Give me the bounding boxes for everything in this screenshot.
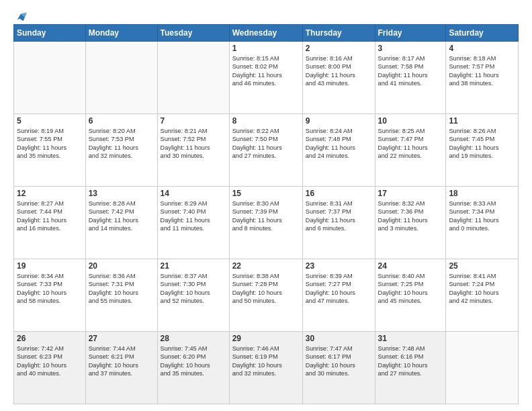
calendar-cell: 22Sunrise: 8:38 AM Sunset: 7:28 PM Dayli… xyxy=(229,259,302,332)
calendar-cell: 7Sunrise: 8:21 AM Sunset: 7:52 PM Daylig… xyxy=(157,114,229,187)
calendar-cell: 23Sunrise: 8:39 AM Sunset: 7:27 PM Dayli… xyxy=(302,259,375,332)
cell-text: Sunrise: 8:29 AM Sunset: 7:40 PM Dayligh… xyxy=(161,199,226,233)
calendar-cell: 21Sunrise: 8:37 AM Sunset: 7:30 PM Dayli… xyxy=(157,259,229,332)
day-number: 7 xyxy=(161,116,226,126)
day-number: 4 xyxy=(449,44,515,53)
header-monday: Monday xyxy=(85,25,157,42)
calendar-cell: 8Sunrise: 8:22 AM Sunset: 7:50 PM Daylig… xyxy=(229,114,302,187)
header-friday: Friday xyxy=(375,25,446,42)
header-thursday: Thursday xyxy=(302,25,375,42)
cell-text: Sunrise: 7:48 AM Sunset: 6:16 PM Dayligh… xyxy=(378,345,443,378)
week-row-0: 1Sunrise: 8:15 AM Sunset: 8:02 PM Daylig… xyxy=(14,42,519,114)
day-number: 3 xyxy=(378,44,443,53)
day-number: 22 xyxy=(232,261,300,271)
day-number: 24 xyxy=(378,261,443,271)
calendar-cell: 10Sunrise: 8:25 AM Sunset: 7:47 PM Dayli… xyxy=(375,114,446,187)
cell-text: Sunrise: 8:33 AM Sunset: 7:34 PM Dayligh… xyxy=(449,199,515,233)
cell-text: Sunrise: 8:30 AM Sunset: 7:39 PM Dayligh… xyxy=(232,199,300,233)
cell-text: Sunrise: 8:32 AM Sunset: 7:36 PM Dayligh… xyxy=(378,199,443,233)
day-number: 31 xyxy=(378,334,443,343)
calendar-cell: 1Sunrise: 8:15 AM Sunset: 8:02 PM Daylig… xyxy=(229,42,302,114)
day-number: 10 xyxy=(378,116,443,126)
day-number: 30 xyxy=(306,334,372,343)
day-number: 13 xyxy=(89,189,154,198)
cell-text: Sunrise: 7:44 AM Sunset: 6:21 PM Dayligh… xyxy=(89,345,154,378)
calendar-cell xyxy=(14,42,86,114)
calendar-cell: 19Sunrise: 8:34 AM Sunset: 7:33 PM Dayli… xyxy=(14,259,86,332)
cell-text: Sunrise: 8:27 AM Sunset: 7:44 PM Dayligh… xyxy=(17,199,83,233)
cell-text: Sunrise: 7:45 AM Sunset: 6:20 PM Dayligh… xyxy=(161,345,226,378)
day-number: 5 xyxy=(17,116,83,126)
cell-text: Sunrise: 8:17 AM Sunset: 7:58 PM Dayligh… xyxy=(378,54,443,88)
day-number: 18 xyxy=(449,189,515,198)
header-wednesday: Wednesday xyxy=(229,25,302,42)
calendar-cell: 15Sunrise: 8:30 AM Sunset: 7:39 PM Dayli… xyxy=(229,187,302,259)
calendar-cell xyxy=(157,42,229,114)
cell-text: Sunrise: 7:46 AM Sunset: 6:19 PM Dayligh… xyxy=(232,345,300,378)
day-number: 14 xyxy=(161,189,226,198)
week-row-2: 12Sunrise: 8:27 AM Sunset: 7:44 PM Dayli… xyxy=(14,187,519,259)
day-number: 6 xyxy=(89,116,154,126)
calendar-cell: 31Sunrise: 7:48 AM Sunset: 6:16 PM Dayli… xyxy=(375,332,446,404)
day-number: 15 xyxy=(232,189,300,198)
calendar-cell: 28Sunrise: 7:45 AM Sunset: 6:20 PM Dayli… xyxy=(157,332,229,404)
cell-text: Sunrise: 8:39 AM Sunset: 7:27 PM Dayligh… xyxy=(306,272,372,306)
calendar-table: SundayMondayTuesdayWednesdayThursdayFrid… xyxy=(13,24,519,404)
calendar-cell xyxy=(85,42,157,114)
calendar-cell: 4Sunrise: 8:18 AM Sunset: 7:57 PM Daylig… xyxy=(446,42,519,114)
day-number: 27 xyxy=(89,334,154,343)
day-number: 26 xyxy=(17,334,83,343)
cell-text: Sunrise: 8:19 AM Sunset: 7:55 PM Dayligh… xyxy=(17,127,83,161)
calendar-cell: 25Sunrise: 8:41 AM Sunset: 7:24 PM Dayli… xyxy=(446,259,519,332)
day-number: 12 xyxy=(17,189,83,198)
cell-text: Sunrise: 8:25 AM Sunset: 7:47 PM Dayligh… xyxy=(378,127,443,161)
day-number: 20 xyxy=(89,261,154,271)
cell-text: Sunrise: 8:15 AM Sunset: 8:02 PM Dayligh… xyxy=(232,54,300,88)
day-number: 28 xyxy=(161,334,226,343)
cell-text: Sunrise: 8:26 AM Sunset: 7:45 PM Dayligh… xyxy=(449,127,515,161)
calendar-cell: 17Sunrise: 8:32 AM Sunset: 7:36 PM Dayli… xyxy=(375,187,446,259)
day-number: 16 xyxy=(306,189,372,198)
cell-text: Sunrise: 8:41 AM Sunset: 7:24 PM Dayligh… xyxy=(449,272,515,306)
week-row-3: 19Sunrise: 8:34 AM Sunset: 7:33 PM Dayli… xyxy=(14,259,519,332)
calendar-cell: 3Sunrise: 8:17 AM Sunset: 7:58 PM Daylig… xyxy=(375,42,446,114)
week-row-1: 5Sunrise: 8:19 AM Sunset: 7:55 PM Daylig… xyxy=(14,114,519,187)
cell-text: Sunrise: 8:20 AM Sunset: 7:53 PM Dayligh… xyxy=(89,127,154,161)
calendar-cell: 5Sunrise: 8:19 AM Sunset: 7:55 PM Daylig… xyxy=(14,114,86,187)
calendar-cell: 14Sunrise: 8:29 AM Sunset: 7:40 PM Dayli… xyxy=(157,187,229,259)
cell-text: Sunrise: 8:22 AM Sunset: 7:50 PM Dayligh… xyxy=(232,127,300,161)
logo xyxy=(13,11,27,21)
cell-text: Sunrise: 8:38 AM Sunset: 7:28 PM Dayligh… xyxy=(232,272,300,306)
logo-bird-icon xyxy=(15,11,27,23)
day-number: 29 xyxy=(232,334,300,343)
day-number: 17 xyxy=(378,189,443,198)
cell-text: Sunrise: 8:31 AM Sunset: 7:37 PM Dayligh… xyxy=(306,199,372,233)
calendar-cell: 26Sunrise: 7:42 AM Sunset: 6:23 PM Dayli… xyxy=(14,332,86,404)
cell-text: Sunrise: 8:28 AM Sunset: 7:42 PM Dayligh… xyxy=(89,199,154,233)
header-row xyxy=(13,11,519,21)
calendar-cell: 27Sunrise: 7:44 AM Sunset: 6:21 PM Dayli… xyxy=(85,332,157,404)
cell-text: Sunrise: 7:47 AM Sunset: 6:17 PM Dayligh… xyxy=(306,345,372,378)
calendar-cell: 11Sunrise: 8:26 AM Sunset: 7:45 PM Dayli… xyxy=(446,114,519,187)
header-tuesday: Tuesday xyxy=(157,25,229,42)
calendar-cell: 12Sunrise: 8:27 AM Sunset: 7:44 PM Dayli… xyxy=(14,187,86,259)
cell-text: Sunrise: 8:16 AM Sunset: 8:00 PM Dayligh… xyxy=(306,54,372,88)
day-number: 11 xyxy=(449,116,515,126)
day-number: 19 xyxy=(17,261,83,271)
day-number: 21 xyxy=(161,261,226,271)
calendar-cell: 16Sunrise: 8:31 AM Sunset: 7:37 PM Dayli… xyxy=(302,187,375,259)
calendar-cell: 30Sunrise: 7:47 AM Sunset: 6:17 PM Dayli… xyxy=(302,332,375,404)
cell-text: Sunrise: 8:40 AM Sunset: 7:25 PM Dayligh… xyxy=(378,272,443,306)
cell-text: Sunrise: 8:18 AM Sunset: 7:57 PM Dayligh… xyxy=(449,54,515,88)
calendar-cell: 9Sunrise: 8:24 AM Sunset: 7:48 PM Daylig… xyxy=(302,114,375,187)
calendar-cell: 2Sunrise: 8:16 AM Sunset: 8:00 PM Daylig… xyxy=(302,42,375,114)
day-number: 2 xyxy=(306,44,372,53)
day-number: 23 xyxy=(306,261,372,271)
day-number: 25 xyxy=(449,261,515,271)
cell-text: Sunrise: 8:34 AM Sunset: 7:33 PM Dayligh… xyxy=(17,272,83,306)
cell-text: Sunrise: 8:21 AM Sunset: 7:52 PM Dayligh… xyxy=(161,127,226,161)
day-number: 1 xyxy=(232,44,300,53)
day-number: 8 xyxy=(232,116,300,126)
day-number: 9 xyxy=(306,116,372,126)
page: SundayMondayTuesdayWednesdayThursdayFrid… xyxy=(0,0,532,411)
